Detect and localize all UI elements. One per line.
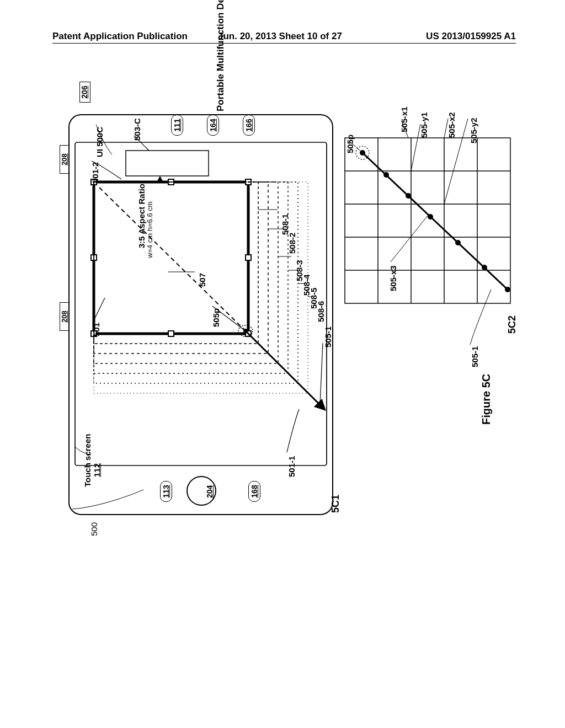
- aspect-title: 3:5 Aspect Ratio: [137, 184, 146, 248]
- speaker-num: 111: [173, 119, 182, 131]
- grid-505p: 505p: [345, 135, 355, 153]
- svg-point-46: [406, 193, 411, 199]
- grid-505-1: 505-1: [470, 346, 479, 367]
- grid-505x2: 505-x2: [447, 112, 456, 138]
- header-left: Patent Application Publication: [52, 31, 188, 42]
- svg-rect-1: [75, 142, 327, 465]
- ref-505-1-left: 505-1: [323, 326, 333, 347]
- mic-label: 113: [160, 481, 172, 502]
- svg-rect-31: [126, 151, 209, 176]
- side-206: 206: [79, 82, 90, 103]
- device-title-text: Portable Multifunction Device 100: [215, 0, 226, 111]
- side-208-top-num: 208: [60, 153, 68, 165]
- svg-line-57: [391, 216, 428, 262]
- figure-caption: Figure 5C: [480, 374, 493, 425]
- header-right: US 2013/0159925 A1: [426, 31, 516, 42]
- svg-rect-7: [246, 255, 251, 260]
- ref-501-2: 501-2: [90, 162, 100, 183]
- svg-rect-13: [94, 182, 268, 354]
- mic-num: 113: [162, 485, 170, 497]
- touch-screen-num: 112: [92, 463, 102, 477]
- page-header: Patent Application Publication Jun. 20, …: [52, 43, 516, 57]
- sensor-166-num: 166: [244, 119, 253, 131]
- svg-line-11: [99, 188, 246, 331]
- side-208-top: 208: [60, 145, 70, 174]
- sensor-166: 166: [243, 115, 255, 136]
- sensor-164-num: 164: [209, 119, 217, 131]
- page-500-label: 500: [89, 522, 99, 536]
- grid-505y2: 505-y2: [469, 117, 478, 143]
- svg-point-49: [482, 265, 487, 270]
- side-208-bot-num: 208: [60, 311, 68, 323]
- svg-point-47: [428, 214, 433, 220]
- svg-point-50: [505, 287, 510, 292]
- home-num: 204: [205, 485, 214, 498]
- sensor-164: 164: [207, 115, 219, 136]
- figure-5c: Portable Multifunction Device 100 UI 500…: [61, 105, 513, 601]
- home-label: 204: [205, 485, 214, 498]
- ref-508-6: 508-6: [316, 301, 326, 322]
- svg-line-33: [320, 343, 323, 404]
- ref-501: 501: [92, 323, 101, 336]
- ref-503c: 503-C: [132, 118, 142, 141]
- ref-505p-left: 505p: [211, 308, 221, 327]
- touch-screen-label: Touch screen 112: [83, 434, 102, 487]
- side-208-bottom: 208: [60, 302, 70, 331]
- grid-505x1: 505-x1: [399, 106, 409, 132]
- svg-point-20: [243, 329, 248, 333]
- svg-rect-34: [345, 138, 510, 303]
- svg-point-48: [455, 240, 461, 245]
- svg-rect-9: [168, 331, 174, 336]
- device-panel-svg: [61, 105, 337, 557]
- grid-505x3: 505-x3: [388, 265, 398, 291]
- svg-point-45: [383, 172, 389, 178]
- grid-panel-svg: [342, 108, 513, 367]
- touch-screen-text: Touch screen: [83, 434, 92, 487]
- accel-label: 168: [248, 481, 260, 502]
- device-title-label: Portable Multifunction Device 100: [215, 0, 226, 111]
- ui-500c-label: UI 500C: [95, 127, 104, 157]
- aspect-sub: w=4 cm h=6.6 cm: [146, 201, 154, 258]
- panel-5c2-label: 5C2: [507, 315, 518, 334]
- speaker-label: 111: [171, 115, 183, 136]
- ref-501-1: 501-1: [287, 456, 296, 477]
- side-206-num: 206: [80, 85, 89, 98]
- svg-line-18: [246, 331, 324, 409]
- ref-507: 507: [198, 273, 207, 287]
- ref-508-2: 508-2: [287, 233, 297, 254]
- accel-num: 168: [250, 485, 259, 497]
- header-center: Jun. 20, 2013 Sheet 10 of 27: [218, 31, 342, 42]
- panel-5c1-label: 5C1: [330, 495, 342, 513]
- ref-508-1: 508-1: [280, 214, 290, 235]
- grid-505y1: 505-y1: [419, 112, 429, 138]
